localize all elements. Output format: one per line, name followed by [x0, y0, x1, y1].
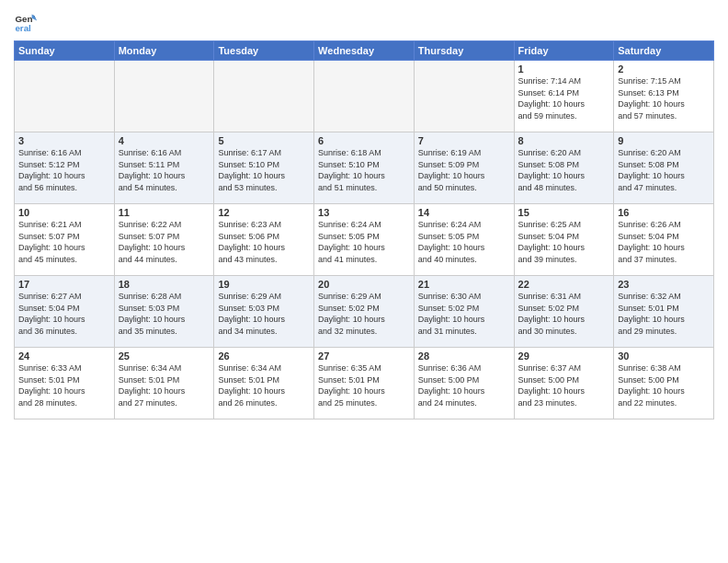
weekday-wednesday: Wednesday: [314, 41, 415, 61]
calendar-cell: [15, 61, 115, 132]
week-row-5: 24Sunrise: 6:33 AM Sunset: 5:01 PM Dayli…: [15, 348, 714, 419]
day-number: 15: [518, 207, 610, 218]
day-number: 14: [418, 207, 510, 218]
calendar-cell: 19Sunrise: 6:29 AM Sunset: 5:03 PM Dayli…: [214, 276, 314, 348]
weekday-monday: Monday: [114, 41, 214, 61]
calendar-table: SundayMondayTuesdayWednesdayThursdayFrid…: [14, 40, 714, 419]
week-row-4: 17Sunrise: 6:27 AM Sunset: 5:04 PM Dayli…: [15, 276, 714, 348]
calendar-cell: 6Sunrise: 6:18 AM Sunset: 5:10 PM Daylig…: [314, 132, 415, 204]
header: Gen eral: [14, 9, 714, 35]
day-number: 11: [119, 207, 210, 218]
calendar-cell: 11Sunrise: 6:22 AM Sunset: 5:07 PM Dayli…: [114, 204, 214, 276]
day-number: 12: [218, 207, 310, 218]
day-number: 1: [518, 63, 610, 75]
day-number: 23: [618, 279, 710, 290]
day-info: Sunrise: 6:21 AM Sunset: 5:07 PM Dayligh…: [18, 219, 110, 265]
calendar-cell: 4Sunrise: 6:16 AM Sunset: 5:11 PM Daylig…: [114, 132, 214, 204]
day-info: Sunrise: 6:34 AM Sunset: 5:01 PM Dayligh…: [218, 362, 310, 408]
calendar-cell: 30Sunrise: 6:38 AM Sunset: 5:00 PM Dayli…: [614, 348, 714, 419]
day-info: Sunrise: 7:14 AM Sunset: 6:14 PM Dayligh…: [518, 75, 610, 121]
day-number: 26: [218, 350, 310, 362]
day-number: 28: [418, 350, 510, 362]
calendar-cell: 21Sunrise: 6:30 AM Sunset: 5:02 PM Dayli…: [414, 276, 514, 348]
day-number: 6: [318, 135, 410, 146]
day-info: Sunrise: 6:29 AM Sunset: 5:02 PM Dayligh…: [318, 291, 410, 337]
day-info: Sunrise: 6:29 AM Sunset: 5:03 PM Dayligh…: [218, 291, 310, 337]
calendar-cell: 20Sunrise: 6:29 AM Sunset: 5:02 PM Dayli…: [314, 276, 415, 348]
weekday-tuesday: Tuesday: [214, 41, 314, 61]
day-info: Sunrise: 6:24 AM Sunset: 5:05 PM Dayligh…: [318, 219, 410, 265]
day-info: Sunrise: 6:37 AM Sunset: 5:00 PM Dayligh…: [518, 362, 610, 408]
week-row-1: 1Sunrise: 7:14 AM Sunset: 6:14 PM Daylig…: [15, 61, 714, 132]
day-info: Sunrise: 6:16 AM Sunset: 5:11 PM Dayligh…: [119, 147, 210, 193]
calendar-cell: 7Sunrise: 6:19 AM Sunset: 5:09 PM Daylig…: [414, 132, 514, 204]
calendar-cell: 22Sunrise: 6:31 AM Sunset: 5:02 PM Dayli…: [514, 276, 614, 348]
day-info: Sunrise: 6:38 AM Sunset: 5:00 PM Dayligh…: [618, 362, 710, 408]
day-number: 21: [418, 279, 510, 290]
calendar-cell: 13Sunrise: 6:24 AM Sunset: 5:05 PM Dayli…: [314, 204, 415, 276]
day-number: 17: [18, 279, 110, 290]
calendar-cell: [114, 61, 214, 132]
day-number: 9: [618, 135, 710, 146]
calendar-cell: 10Sunrise: 6:21 AM Sunset: 5:07 PM Dayli…: [15, 204, 115, 276]
day-info: Sunrise: 7:15 AM Sunset: 6:13 PM Dayligh…: [618, 75, 710, 121]
day-number: 2: [618, 63, 710, 75]
day-number: 7: [418, 135, 510, 146]
day-info: Sunrise: 6:16 AM Sunset: 5:12 PM Dayligh…: [18, 147, 110, 193]
day-number: 3: [18, 135, 110, 146]
day-info: Sunrise: 6:23 AM Sunset: 5:06 PM Dayligh…: [218, 219, 310, 265]
day-number: 30: [618, 350, 710, 362]
logo-icon: Gen eral: [14, 9, 40, 35]
day-number: 27: [318, 350, 410, 362]
calendar-cell: 27Sunrise: 6:35 AM Sunset: 5:01 PM Dayli…: [314, 348, 415, 419]
day-info: Sunrise: 6:22 AM Sunset: 5:07 PM Dayligh…: [119, 219, 210, 265]
week-row-2: 3Sunrise: 6:16 AM Sunset: 5:12 PM Daylig…: [15, 132, 714, 204]
calendar-cell: 26Sunrise: 6:34 AM Sunset: 5:01 PM Dayli…: [214, 348, 314, 419]
day-number: 13: [318, 207, 410, 218]
day-number: 18: [119, 279, 210, 290]
day-info: Sunrise: 6:20 AM Sunset: 5:08 PM Dayligh…: [518, 147, 610, 193]
calendar-cell: 14Sunrise: 6:24 AM Sunset: 5:05 PM Dayli…: [414, 204, 514, 276]
calendar-cell: [214, 61, 314, 132]
day-number: 24: [18, 350, 110, 362]
calendar-cell: 24Sunrise: 6:33 AM Sunset: 5:01 PM Dayli…: [15, 348, 115, 419]
day-info: Sunrise: 6:17 AM Sunset: 5:10 PM Dayligh…: [218, 147, 310, 193]
day-info: Sunrise: 6:32 AM Sunset: 5:01 PM Dayligh…: [618, 291, 710, 337]
calendar-cell: 29Sunrise: 6:37 AM Sunset: 5:00 PM Dayli…: [514, 348, 614, 419]
day-info: Sunrise: 6:33 AM Sunset: 5:01 PM Dayligh…: [18, 362, 110, 408]
day-number: 8: [518, 135, 610, 146]
day-number: 25: [119, 350, 210, 362]
day-number: 5: [218, 135, 310, 146]
day-info: Sunrise: 6:31 AM Sunset: 5:02 PM Dayligh…: [518, 291, 610, 337]
day-info: Sunrise: 6:35 AM Sunset: 5:01 PM Dayligh…: [318, 362, 410, 408]
day-info: Sunrise: 6:25 AM Sunset: 5:04 PM Dayligh…: [518, 219, 610, 265]
calendar-cell: 2Sunrise: 7:15 AM Sunset: 6:13 PM Daylig…: [614, 61, 714, 132]
day-info: Sunrise: 6:34 AM Sunset: 5:01 PM Dayligh…: [119, 362, 210, 408]
weekday-saturday: Saturday: [614, 41, 714, 61]
day-number: 4: [119, 135, 210, 146]
day-info: Sunrise: 6:27 AM Sunset: 5:04 PM Dayligh…: [18, 291, 110, 337]
calendar-cell: 28Sunrise: 6:36 AM Sunset: 5:00 PM Dayli…: [414, 348, 514, 419]
weekday-friday: Friday: [514, 41, 614, 61]
calendar-cell: 16Sunrise: 6:26 AM Sunset: 5:04 PM Dayli…: [614, 204, 714, 276]
weekday-thursday: Thursday: [414, 41, 514, 61]
calendar-cell: 8Sunrise: 6:20 AM Sunset: 5:08 PM Daylig…: [514, 132, 614, 204]
calendar-cell: 5Sunrise: 6:17 AM Sunset: 5:10 PM Daylig…: [214, 132, 314, 204]
day-info: Sunrise: 6:20 AM Sunset: 5:08 PM Dayligh…: [618, 147, 710, 193]
calendar-cell: [314, 61, 415, 132]
calendar-page: Gen eral SundayMondayTuesdayWednesdayThu…: [0, 0, 728, 563]
day-number: 16: [618, 207, 710, 218]
weekday-sunday: Sunday: [15, 41, 115, 61]
calendar-cell: 18Sunrise: 6:28 AM Sunset: 5:03 PM Dayli…: [114, 276, 214, 348]
calendar-cell: 23Sunrise: 6:32 AM Sunset: 5:01 PM Dayli…: [614, 276, 714, 348]
weekday-header-row: SundayMondayTuesdayWednesdayThursdayFrid…: [15, 41, 714, 61]
calendar-cell: 9Sunrise: 6:20 AM Sunset: 5:08 PM Daylig…: [614, 132, 714, 204]
day-number: 19: [218, 279, 310, 290]
calendar-cell: [414, 61, 514, 132]
day-info: Sunrise: 6:26 AM Sunset: 5:04 PM Dayligh…: [618, 219, 710, 265]
day-info: Sunrise: 6:30 AM Sunset: 5:02 PM Dayligh…: [418, 291, 510, 337]
calendar-cell: 25Sunrise: 6:34 AM Sunset: 5:01 PM Dayli…: [114, 348, 214, 419]
calendar-cell: 12Sunrise: 6:23 AM Sunset: 5:06 PM Dayli…: [214, 204, 314, 276]
day-info: Sunrise: 6:36 AM Sunset: 5:00 PM Dayligh…: [418, 362, 510, 408]
calendar-cell: 17Sunrise: 6:27 AM Sunset: 5:04 PM Dayli…: [15, 276, 115, 348]
